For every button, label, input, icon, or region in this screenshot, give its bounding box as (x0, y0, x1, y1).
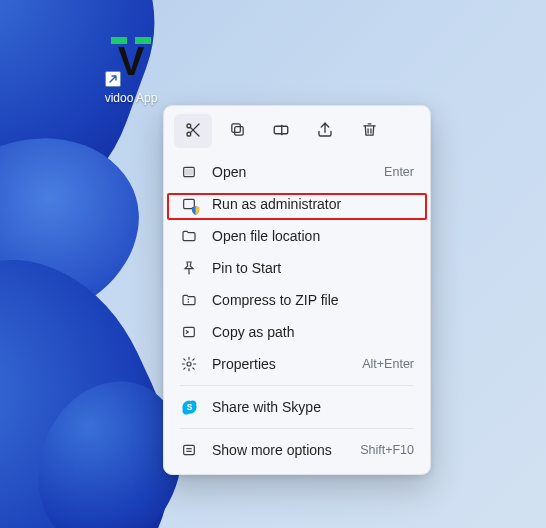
pin-icon (180, 259, 198, 277)
menu-label: Compress to ZIP file (212, 292, 414, 308)
svg-text:S: S (186, 402, 192, 412)
skype-icon: S (180, 398, 198, 416)
svg-rect-5 (231, 124, 240, 132)
svg-rect-6 (274, 126, 288, 134)
desktop-shortcut-vidoo[interactable]: V vidoo App (95, 35, 167, 105)
menu-accelerator: Enter (384, 165, 414, 179)
svg-point-17 (187, 362, 191, 366)
menu-item-share-skype[interactable]: S Share with Skype (170, 391, 424, 423)
copy-path-icon (180, 323, 198, 341)
run-admin-icon (180, 195, 198, 213)
menu-label: Show more options (212, 442, 346, 458)
menu-label: Open (212, 164, 370, 180)
menu-label: Pin to Start (212, 260, 414, 276)
menu-accelerator: Shift+F10 (360, 443, 414, 457)
context-menu: Open Enter Run as administrator Open fil… (163, 105, 431, 475)
zip-icon (180, 291, 198, 309)
menu-item-open-file-location[interactable]: Open file location (170, 220, 424, 252)
cut-button[interactable] (174, 114, 212, 148)
vidoo-app-icon: V (105, 35, 157, 87)
rename-button[interactable] (262, 114, 300, 148)
svg-rect-4 (234, 127, 243, 136)
menu-item-pin-to-start[interactable]: Pin to Start (170, 252, 424, 284)
shortcut-overlay-icon (105, 71, 121, 87)
share-button[interactable] (306, 114, 344, 148)
menu-separator (180, 428, 414, 429)
delete-button[interactable] (350, 114, 388, 148)
menu-label: Copy as path (212, 324, 414, 340)
menu-label: Share with Skype (212, 399, 414, 415)
scissors-icon (184, 121, 202, 142)
vidoo-logo-letter: V (118, 41, 145, 81)
copy-icon (229, 121, 246, 141)
menu-item-open[interactable]: Open Enter (170, 156, 424, 188)
svg-rect-19 (184, 445, 195, 454)
copy-button[interactable] (218, 114, 256, 148)
rename-icon (272, 121, 290, 142)
svg-rect-11 (186, 169, 193, 174)
desktop-shortcut-label: vidoo App (95, 91, 167, 105)
menu-separator (180, 385, 414, 386)
menu-label: Properties (212, 356, 348, 372)
properties-icon (180, 355, 198, 373)
menu-item-show-more-options[interactable]: Show more options Shift+F10 (170, 434, 424, 466)
share-icon (316, 121, 334, 142)
svg-rect-16 (184, 327, 195, 336)
folder-icon (180, 227, 198, 245)
more-options-icon (180, 441, 198, 459)
menu-item-run-as-administrator[interactable]: Run as administrator (170, 188, 424, 220)
menu-label: Run as administrator (212, 196, 414, 212)
menu-item-copy-as-path[interactable]: Copy as path (170, 316, 424, 348)
menu-label: Open file location (212, 228, 414, 244)
open-icon (180, 163, 198, 181)
menu-accelerator: Alt+Enter (362, 357, 414, 371)
menu-item-compress-zip[interactable]: Compress to ZIP file (170, 284, 424, 316)
menu-item-properties[interactable]: Properties Alt+Enter (170, 348, 424, 380)
context-action-bar (164, 106, 430, 154)
trash-icon (361, 121, 378, 141)
